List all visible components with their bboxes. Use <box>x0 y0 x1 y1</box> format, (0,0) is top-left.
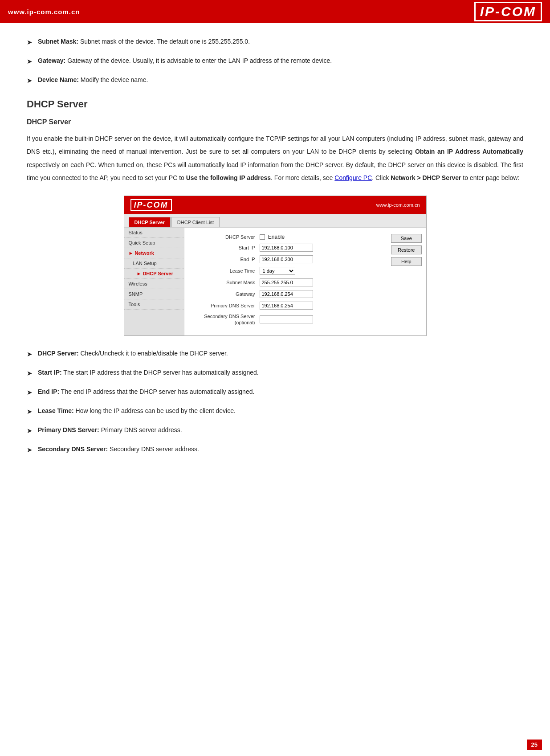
body-paragraph: If you enable the built-in DHCP server o… <box>27 132 523 185</box>
bullet-subnet-mask: ➤ Subnet Mask: Subnet mask of the device… <box>27 37 523 48</box>
bullet-device-name: ➤ Device Name: Modify the device name. <box>27 75 523 86</box>
sidebar-lan-setup[interactable]: LAN Setup <box>124 258 184 269</box>
form-input-start-ip[interactable] <box>260 244 313 252</box>
bullet-text-b6: Secondary DNS Server: Secondary DNS serv… <box>38 444 199 454</box>
bullet-label-2: Gateway: <box>38 57 65 64</box>
form-row-dhcp-server: DHCP Server Enable <box>191 234 380 240</box>
bottom-bullets: ➤ DHCP Server: Check/Uncheck it to enabl… <box>27 348 523 455</box>
configure-pc-link[interactable]: Configure PC <box>334 174 372 181</box>
screenshot-sidebar: Status Quick Setup ►Network LAN Setup ►D… <box>124 228 184 336</box>
form-select-lease-time[interactable]: 1 day 2 days 1 week <box>260 267 295 275</box>
form-input-subnet-mask[interactable] <box>260 278 313 286</box>
screenshot-form: DHCP Server Enable Start IP End IP <box>184 228 387 336</box>
bullet-text-3: Device Name: Modify the device name. <box>38 75 148 85</box>
bullet-label-b6: Secondary DNS Server: <box>38 445 108 453</box>
form-row-end-ip: End IP <box>191 255 380 263</box>
bullet-text-b2: Start IP: The start IP address that the … <box>38 368 259 377</box>
sidebar-dhcp-server[interactable]: ►DHCP Server <box>124 269 184 279</box>
form-row-secondary-dns: Secondary DNS Server(optional) <box>191 313 380 326</box>
form-row-subnet-mask: Subnet Mask <box>191 278 380 286</box>
bullet-label-1: Subnet Mask: <box>38 38 78 45</box>
main-content: ➤ Subnet Mask: Subnet mask of the device… <box>0 23 550 490</box>
screenshot-header: IP-COM www.ip-com.com.cn <box>124 196 426 214</box>
restore-button[interactable]: Restore <box>391 245 422 254</box>
bullet-text-b3: End IP: The end IP address that the DHCP… <box>38 387 254 396</box>
checkbox-dhcp[interactable] <box>260 234 265 240</box>
bullet-label-b5: Primary DNS Server: <box>38 426 99 433</box>
bullet-text-b4: Lease Time: How long the IP address can … <box>38 406 236 416</box>
tab-dhcp-client-list[interactable]: DHCP Client List <box>171 217 220 227</box>
bullet-arrow-2: ➤ <box>27 56 33 67</box>
save-button[interactable]: Save <box>391 234 422 243</box>
sidebar-snmp[interactable]: SNMP <box>124 289 184 299</box>
bullet-secondary-dns-desc: ➤ Secondary DNS Server: Secondary DNS se… <box>27 444 523 455</box>
sidebar-quick-setup[interactable]: Quick Setup <box>124 238 184 248</box>
section-sub-heading: DHCP Server <box>27 118 523 126</box>
header-website: www.ip-com.com.cn <box>8 8 80 16</box>
bullet-gateway: ➤ Gateway: Gateway of the device. Usuall… <box>27 56 523 67</box>
form-input-secondary-dns[interactable] <box>260 315 313 323</box>
sidebar-arrow-dhcp: ► <box>137 271 142 276</box>
bullet-label-b1: DHCP Server: <box>38 350 79 357</box>
bullet-label-3: Device Name: <box>38 76 79 83</box>
form-row-start-ip: Start IP <box>191 244 380 252</box>
section-main-heading: DHCP Server <box>27 98 523 110</box>
bullet-text-2: Gateway: Gateway of the device. Usually,… <box>38 56 332 65</box>
bullet-primary-dns-desc: ➤ Primary DNS Server: Primary DNS server… <box>27 425 523 436</box>
header-logo: IP-COM <box>474 2 542 21</box>
bullet-start-ip-desc: ➤ Start IP: The start IP address that th… <box>27 368 523 379</box>
form-label-dhcp-server: DHCP Server <box>191 234 260 240</box>
screenshot-tabs: DHCP Server DHCP Client List <box>124 214 426 228</box>
screenshot-buttons: Save Restore Help <box>387 228 426 336</box>
form-label-lease-time: Lease Time <box>191 268 260 274</box>
tab-dhcp-server[interactable]: DHCP Server <box>129 217 171 227</box>
bold-following-ip: Use the following IP address <box>186 174 271 181</box>
bullet-arrow-b2: ➤ <box>27 368 33 379</box>
form-label-secondary-dns: Secondary DNS Server(optional) <box>191 313 260 326</box>
bullet-text-b5: Primary DNS Server: Primary DNS server a… <box>38 425 182 435</box>
bullet-text-b1: DHCP Server: Check/Uncheck it to enable/… <box>38 348 228 358</box>
form-label-primary-dns: Primary DNS Server <box>191 303 260 308</box>
bullet-arrow-b4: ➤ <box>27 406 33 417</box>
bullet-arrow-b3: ➤ <box>27 387 33 398</box>
bullet-label-b4: Lease Time: <box>38 407 74 414</box>
bullet-arrow-3: ➤ <box>27 75 33 86</box>
help-button[interactable]: Help <box>391 257 422 266</box>
bullet-arrow-b5: ➤ <box>27 425 33 436</box>
screenshot-url: www.ip-com.com.cn <box>376 202 420 208</box>
sidebar-arrow-network: ► <box>129 250 134 256</box>
screenshot-box: IP-COM www.ip-com.com.cn DHCP Server DHC… <box>124 196 427 336</box>
form-input-end-ip[interactable] <box>260 255 313 263</box>
form-checkbox-dhcp[interactable]: Enable <box>260 234 285 240</box>
form-row-lease-time: Lease Time 1 day 2 days 1 week <box>191 267 380 275</box>
sidebar-wireless[interactable]: Wireless <box>124 279 184 289</box>
bullet-label-b2: Start IP: <box>38 369 62 376</box>
bold-network-dhcp: Network > DHCP Server <box>391 174 461 181</box>
bullet-text-1: Subnet Mask: Subnet mask of the device. … <box>38 37 250 46</box>
screenshot-logo: IP-COM <box>130 199 172 211</box>
screenshot-container: IP-COM www.ip-com.com.cn DHCP Server DHC… <box>27 196 523 336</box>
sidebar-tools[interactable]: Tools <box>124 299 184 310</box>
form-label-end-ip: End IP <box>191 257 260 262</box>
page-number: 25 <box>527 740 542 750</box>
screenshot-body: Status Quick Setup ►Network LAN Setup ►D… <box>124 228 426 336</box>
form-label-gateway: Gateway <box>191 291 260 297</box>
bullet-arrow-b6: ➤ <box>27 445 33 455</box>
page-header: www.ip-com.com.cn IP-COM <box>0 0 550 23</box>
sidebar-status[interactable]: Status <box>124 228 184 238</box>
form-label-subnet-mask: Subnet Mask <box>191 280 260 285</box>
form-label-start-ip: Start IP <box>191 245 260 250</box>
top-bullets: ➤ Subnet Mask: Subnet mask of the device… <box>27 37 523 86</box>
bullet-arrow-1: ➤ <box>27 37 33 48</box>
bullet-label-b3: End IP: <box>38 388 59 395</box>
form-input-primary-dns[interactable] <box>260 302 313 310</box>
bullet-arrow-b1: ➤ <box>27 349 33 360</box>
checkbox-label-enable: Enable <box>268 234 285 240</box>
bullet-end-ip-desc: ➤ End IP: The end IP address that the DH… <box>27 387 523 398</box>
bullet-dhcp-server-desc: ➤ DHCP Server: Check/Uncheck it to enabl… <box>27 348 523 360</box>
bold-obtain: Obtain an IP Address Automatically <box>415 148 523 155</box>
form-row-primary-dns: Primary DNS Server <box>191 302 380 310</box>
sidebar-network[interactable]: ►Network <box>124 248 184 258</box>
form-input-gateway[interactable] <box>260 290 313 298</box>
bullet-lease-time-desc: ➤ Lease Time: How long the IP address ca… <box>27 406 523 417</box>
